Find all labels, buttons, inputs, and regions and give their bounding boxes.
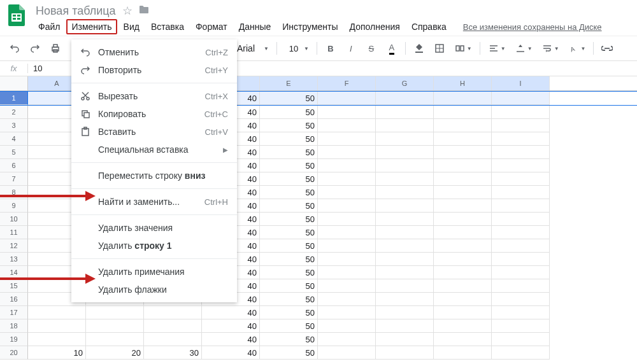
row-header[interactable]: 7 <box>0 172 28 186</box>
cell[interactable] <box>376 106 434 119</box>
cell[interactable]: 40 <box>202 306 260 319</box>
cell[interactable] <box>434 319 492 333</box>
cell[interactable] <box>492 159 550 172</box>
table-row[interactable]: 194050 <box>0 333 637 346</box>
cell[interactable]: 50 <box>260 213 318 226</box>
menu-delete-checkboxes[interactable]: Удалить флажки <box>71 281 237 298</box>
cell[interactable] <box>434 146 492 159</box>
cell[interactable] <box>318 266 376 279</box>
cell[interactable] <box>434 333 492 346</box>
table-row[interactable]: 184050 <box>0 319 637 333</box>
cell[interactable] <box>492 306 550 319</box>
cell[interactable] <box>376 132 434 146</box>
font-size-selector[interactable]: 10 <box>281 44 306 53</box>
cell[interactable] <box>318 106 376 119</box>
cell[interactable] <box>376 279 434 293</box>
select-all-corner[interactable] <box>0 76 28 90</box>
cell[interactable]: 10 <box>28 346 86 360</box>
menu-data[interactable]: Данные <box>234 19 276 34</box>
menu-edit[interactable]: Изменить <box>66 19 117 34</box>
cell[interactable] <box>318 346 376 360</box>
cell[interactable]: 50 <box>260 346 318 360</box>
cell[interactable] <box>144 333 202 346</box>
cell[interactable] <box>318 92 376 105</box>
cell[interactable]: 50 <box>260 106 318 119</box>
table-row[interactable]: 174050 <box>0 306 637 319</box>
borders-button[interactable] <box>430 39 449 58</box>
cell[interactable]: 50 <box>260 253 318 266</box>
cell[interactable] <box>318 306 376 319</box>
bold-button[interactable]: B <box>321 39 340 58</box>
cell[interactable] <box>376 346 434 360</box>
cell[interactable]: 50 <box>260 279 318 293</box>
cell[interactable] <box>318 159 376 172</box>
save-status[interactable]: Все изменения сохранены на Диске <box>463 22 602 32</box>
cell[interactable] <box>434 172 492 186</box>
row-header[interactable]: 4 <box>0 132 28 146</box>
cell[interactable] <box>318 172 376 186</box>
cell[interactable] <box>434 159 492 172</box>
row-header[interactable]: 16 <box>0 293 28 306</box>
cell[interactable] <box>434 346 492 360</box>
cell[interactable] <box>318 319 376 333</box>
cell[interactable] <box>376 199 434 213</box>
cell[interactable]: 20 <box>86 346 144 360</box>
cell[interactable] <box>86 333 144 346</box>
menu-delete-row[interactable]: Удалить строку 1 <box>71 237 237 255</box>
row-header[interactable]: 2 <box>0 106 28 119</box>
cell[interactable] <box>434 293 492 306</box>
font-selector[interactable]: Arial <box>233 42 266 55</box>
cell[interactable] <box>376 226 434 239</box>
cell[interactable] <box>376 159 434 172</box>
cell[interactable] <box>434 226 492 239</box>
formula-input[interactable]: 10 <box>28 64 42 73</box>
cell[interactable] <box>492 279 550 293</box>
cell[interactable] <box>376 319 434 333</box>
cell[interactable] <box>318 213 376 226</box>
cell[interactable] <box>434 106 492 119</box>
cell[interactable] <box>376 266 434 279</box>
cell[interactable] <box>376 186 434 199</box>
cell[interactable] <box>318 239 376 253</box>
sheets-logo[interactable] <box>5 4 28 27</box>
cell[interactable]: 40 <box>202 333 260 346</box>
cell[interactable]: 50 <box>260 306 318 319</box>
print-button[interactable] <box>46 39 65 58</box>
cell[interactable] <box>28 306 86 319</box>
cell[interactable] <box>376 293 434 306</box>
cell[interactable]: 50 <box>260 146 318 159</box>
row-header[interactable]: 13 <box>0 253 28 266</box>
italic-button[interactable]: I <box>341 39 361 58</box>
cell[interactable] <box>492 186 550 199</box>
cell[interactable] <box>86 319 144 333</box>
cell[interactable] <box>492 333 550 346</box>
document-title[interactable]: Новая таблица <box>36 4 116 18</box>
cell[interactable] <box>434 253 492 266</box>
row-header[interactable]: 3 <box>0 119 28 132</box>
cell[interactable] <box>492 266 550 279</box>
menu-format[interactable]: Формат <box>190 19 233 34</box>
cell[interactable] <box>28 319 86 333</box>
row-header[interactable]: 19 <box>0 333 28 346</box>
cell[interactable] <box>376 239 434 253</box>
cell[interactable] <box>492 119 550 132</box>
cell[interactable]: 50 <box>260 199 318 213</box>
menu-paste[interactable]: Вставить Ctrl+V <box>71 123 237 141</box>
cell[interactable] <box>492 172 550 186</box>
cell[interactable] <box>318 186 376 199</box>
cell[interactable] <box>492 319 550 333</box>
link-button[interactable] <box>598 39 617 58</box>
cell[interactable] <box>318 333 376 346</box>
cell[interactable]: 50 <box>260 172 318 186</box>
cell[interactable] <box>492 346 550 360</box>
cell[interactable]: 50 <box>260 319 318 333</box>
menu-view[interactable]: Вид <box>118 19 145 34</box>
menu-delete-values[interactable]: Удалить значения <box>71 219 237 237</box>
cell[interactable]: 50 <box>260 266 318 279</box>
cell[interactable] <box>434 92 492 105</box>
cell[interactable] <box>492 106 550 119</box>
cell[interactable] <box>376 306 434 319</box>
cell[interactable] <box>492 92 550 105</box>
menu-addons[interactable]: Дополнения <box>345 19 405 34</box>
menu-paste-special[interactable]: Специальная вставка ▶ <box>71 141 237 158</box>
